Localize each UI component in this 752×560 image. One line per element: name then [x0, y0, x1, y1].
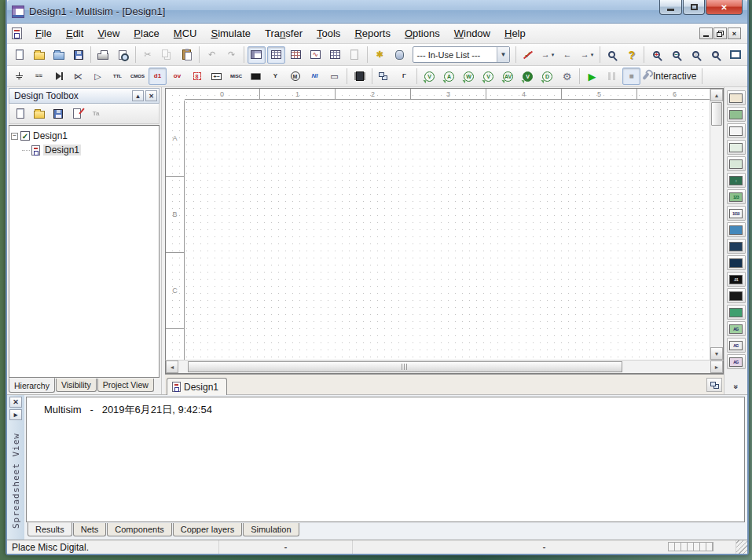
agilent-function-generator-button[interactable]: AG	[727, 321, 746, 336]
four-channel-oscilloscope-button[interactable]	[727, 156, 746, 171]
design-toolbox-close-button[interactable]: ✕	[145, 90, 157, 101]
sheet-tab-design1[interactable]: Design1	[167, 378, 227, 395]
tab-copper-layers[interactable]: Copper layers	[173, 523, 242, 536]
scroll-left-arrow[interactable]: ◄	[166, 361, 178, 373]
toolbox-new-button[interactable]	[12, 106, 29, 122]
tree-root-row[interactable]: − ✓ Design1	[11, 129, 157, 143]
power-probe-button[interactable]: W	[460, 68, 478, 85]
function-generator-button[interactable]	[727, 107, 746, 122]
vertical-scrollbar[interactable]: ▲ ▼	[710, 89, 723, 360]
menu-tools[interactable]: Tools	[310, 25, 347, 42]
redo-button[interactable]: ↷▾	[222, 46, 240, 64]
find-button[interactable]: ▾	[603, 46, 621, 64]
tab-simulation[interactable]: Simulation	[243, 523, 299, 536]
menu-reports[interactable]: Reports	[347, 25, 398, 42]
place-misc-button[interactable]: MISC	[227, 68, 245, 85]
place-diode-button[interactable]	[50, 68, 68, 85]
postprocessor-button[interactable]: ▾	[326, 46, 344, 64]
menu-file[interactable]: File	[28, 25, 59, 42]
tab-hierarchy[interactable]: Hierarchy	[9, 378, 55, 393]
place-basic-button[interactable]: ≈≈	[30, 68, 48, 85]
place-source-button[interactable]	[10, 68, 28, 85]
erc-button[interactable]: ✓▾	[519, 46, 537, 64]
menu-options[interactable]: Options	[398, 25, 447, 42]
voltage-current-probe-button[interactable]: V	[479, 68, 497, 85]
schematic-canvas[interactable]: 0123456 ABC	[166, 89, 710, 360]
place-mixed-button[interactable]: ov	[168, 68, 186, 85]
agilent-oscilloscope-button[interactable]: AG	[727, 354, 746, 369]
word-generator-button[interactable]: 1010	[727, 206, 746, 221]
create-component-button[interactable]: ✱▾	[371, 46, 389, 64]
close-button[interactable]: ✕	[706, 0, 743, 15]
fullscreen-button[interactable]: ▾	[726, 46, 744, 64]
tree-checkbox[interactable]: ✓	[20, 131, 30, 141]
hierarchical-block-button[interactable]	[376, 68, 394, 85]
place-power-button[interactable]: +−	[207, 68, 226, 85]
document-icon[interactable]	[12, 27, 22, 39]
in-use-list-combo[interactable]: --- In-Use List --- ▼	[413, 46, 510, 63]
mdi-minimize-button[interactable]	[699, 27, 713, 39]
print-button[interactable]: ▾	[94, 46, 112, 64]
menu-help[interactable]: Help	[497, 25, 533, 42]
scroll-down-arrow[interactable]: ▼	[710, 347, 723, 360]
grapher-button[interactable]: ∿▾	[306, 46, 325, 64]
place-analog-button[interactable]: ▷	[89, 68, 107, 85]
help-button[interactable]: ?▾	[622, 46, 640, 64]
menu-view[interactable]: View	[90, 25, 127, 42]
database-manager-button[interactable]: ▾	[391, 46, 409, 64]
spreadsheet-close-button[interactable]: ✕	[9, 397, 22, 408]
oscilloscope-button[interactable]	[727, 140, 746, 155]
multimeter-button[interactable]	[727, 90, 746, 105]
vertical-scroll-thumb[interactable]	[711, 102, 722, 126]
tab-project-view[interactable]: Project View	[97, 379, 154, 392]
menu-transfer[interactable]: Transfer	[258, 25, 310, 42]
paste-button[interactable]: ▾	[178, 46, 196, 64]
place-ni-component-button[interactable]: NI	[306, 68, 324, 85]
forward-annotate-button[interactable]: →▾	[578, 46, 596, 64]
zoom-in-button[interactable]: +▾	[647, 46, 666, 64]
minimize-button[interactable]	[659, 0, 682, 15]
menu-place[interactable]: Place	[127, 25, 167, 42]
export-to-ultiboard-button[interactable]: →▾	[539, 46, 557, 64]
place-bus-button[interactable]: Γ	[395, 68, 413, 85]
place-electromech-button[interactable]: M	[286, 68, 304, 85]
run-simulation-button[interactable]: ▶	[583, 68, 601, 85]
zoom-area-button[interactable]: ▫▾	[687, 46, 705, 64]
copy-button[interactable]: ▾	[158, 46, 176, 64]
spectrum-analyzer-button[interactable]	[727, 288, 746, 303]
print-preview-button[interactable]: ▾	[114, 46, 132, 64]
design-toolbox-toggle-button[interactable]: ▾	[248, 46, 266, 64]
voltage-reference-probe-button[interactable]: AV	[499, 68, 517, 85]
iv-analyzer-button[interactable]	[727, 255, 746, 270]
distortion-analyzer-button[interactable]: .01	[727, 272, 746, 287]
horizontal-scroll-thumb[interactable]	[188, 361, 622, 372]
scroll-up-arrow[interactable]: ▲	[710, 89, 723, 101]
titlebar[interactable]: Design1 - Multisim - [Design1] ✕	[7, 0, 747, 24]
bode-plotter-button[interactable]: :	[727, 173, 746, 188]
menu-simulate[interactable]: Simulate	[204, 25, 258, 42]
save-button[interactable]: ▾	[69, 46, 87, 64]
interactive-simulation-mode-button[interactable]: Interactive	[642, 68, 699, 85]
parent-sheet-button[interactable]: ▾	[346, 46, 364, 64]
agilent-multimeter-button[interactable]: AG	[727, 338, 746, 353]
mdi-restore-button[interactable]	[713, 27, 727, 39]
logic-analyzer-button[interactable]	[727, 222, 746, 237]
zoom-fit-button[interactable]: □▾	[706, 46, 724, 64]
wattmeter-button[interactable]	[727, 123, 746, 138]
select-sheet-button[interactable]	[706, 378, 722, 392]
horizontal-scrollbar[interactable]: ◄ ►	[165, 360, 724, 374]
cut-button[interactable]: ✂▾	[138, 46, 156, 64]
network-analyzer-button[interactable]	[727, 305, 746, 320]
more-instruments-chevron-button[interactable]: »	[728, 380, 744, 393]
design-toolbox-collapse-button[interactable]: ▴	[132, 90, 144, 101]
tab-nets[interactable]: Nets	[73, 523, 107, 536]
in-use-list-dropdown-button[interactable]: ▼	[497, 47, 509, 62]
open-button[interactable]: ▾	[30, 46, 48, 64]
place-peripheral-button[interactable]	[247, 68, 265, 85]
undo-button[interactable]: ↶▾	[203, 46, 221, 64]
toolbox-save-button[interactable]	[50, 106, 67, 122]
voltage-probe-button[interactable]: V	[420, 68, 438, 85]
open-sample-button[interactable]: ▾	[50, 46, 68, 64]
results-log[interactable]: Multisim - 2019年6月21日, 9:42:54	[26, 397, 745, 522]
tab-results[interactable]: Results	[28, 522, 72, 536]
